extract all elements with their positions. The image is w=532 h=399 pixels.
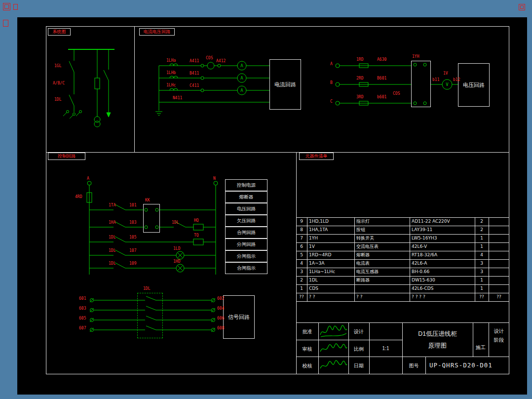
signal-loop-box: 信号回路 [223,295,255,339]
system-switch-label: 1GL [54,64,61,68]
parts-cell [489,234,509,242]
bus-label: N [213,177,216,181]
parts-cell: 8 [296,226,307,234]
scale-label: 比例 [348,346,369,353]
system-phases-label: A/B/C [53,81,65,85]
wire-label: B601 [377,77,386,80]
parts-cell: 3 [475,259,489,268]
terminal-number: 602 [217,297,224,301]
section-label-system: 系统图 [48,28,71,36]
corner-mark [3,20,8,27]
parts-cell: 电流表 [356,259,409,268]
parts-cell: ? ? [356,293,409,301]
parts-cell: 1YH [309,234,353,242]
parts-cell [489,276,509,284]
wire-number: 105 [129,236,136,239]
wire-number: 101 [129,203,136,207]
switch-label: 1YH [412,55,419,59]
parts-cell: ?? [296,293,307,301]
terminal-number: 601 [79,297,86,301]
phase-label: B [330,81,333,85]
parts-cell: CDS [309,284,353,293]
terminal-number: 608 [217,326,224,330]
lamp-label: 1HD [173,260,180,264]
cos-label: COS [393,92,400,96]
section-label-parts: 元器件清单 [299,153,334,160]
parts-cell: 42L6-CDS [412,284,474,293]
parts-cell: 按钮 [356,226,409,234]
wire-number: 107 [129,249,136,253]
wire-label: b601 [377,95,386,99]
scale-value: 1:1 [369,346,402,351]
ct-label: 1LHb [166,71,176,75]
parts-cell: ? ? ? ? [412,293,474,301]
stage-cell: 施工 [473,344,489,351]
design-label: 设计 [348,328,369,335]
parts-cell: BH-0.66 [412,268,474,276]
parts-cell [489,217,509,226]
parts-cell [489,268,509,276]
parts-cell: 42L6-V [412,242,474,251]
section-label-control: 控制回路 [48,153,85,160]
parts-cell: 1DL [309,276,353,284]
drawing-no-label: 图号 [402,362,425,369]
parts-cell: 3 [475,268,489,276]
stage-col-line2: 阶段 [489,337,509,344]
section-label-current-voltage: 电流电压回路 [139,28,175,36]
parts-cell: 4 [296,259,307,268]
terminal-number: 607 [79,326,86,330]
parts-cell: 9 [296,217,307,226]
ammeter-letter: A [239,88,245,93]
parts-cell [489,284,509,293]
parts-cell: 1V [309,242,353,251]
drawing-no: UP-QHRS-D20-D01 [429,361,508,369]
lamp-label: 1LD [173,247,180,251]
parts-cell: 3 [296,268,307,276]
parts-cell: 6 [296,242,307,251]
wire-label: b12 [453,78,460,82]
parts-cell: 交流电压表 [356,242,409,251]
contact-label: 1HA [109,221,115,225]
parts-cell: 断路器 [356,276,409,284]
parts-cell: 1HD,1LD [309,217,353,226]
meter-tag: 1V [443,72,448,76]
legend-item: 分闸指示 [225,250,267,262]
wire-label: B411 [190,72,199,76]
parts-cell: 1 [475,284,489,293]
parts-cell [489,251,509,259]
terminal-number: 604 [217,307,224,311]
phase-label: C [330,100,333,104]
legend-item: 合闸回路 [225,227,267,239]
parts-cell: 1 [296,284,307,293]
parts-cell: DW15-630 [412,276,474,284]
parts-cell: 1 [475,234,489,242]
parts-cell: 指示灯 [356,217,409,226]
voltage-switch-box [411,61,431,107]
parts-cell: 电流互感器 [356,268,409,276]
voltage-loop-box: 电压回路 [458,63,490,107]
wire-label: A630 [377,58,386,62]
parts-cell: 2 [475,226,489,234]
contact-label: 1DL [172,221,179,225]
coil-label: TQ [194,234,199,238]
cos-label: COS [206,56,213,60]
corner-mark [13,4,18,10]
current-loop-box: 电流回路 [269,59,301,110]
breaker-aux-label: 1DL [143,287,150,291]
fuse-label: 3RD [356,95,363,99]
review-label: 审核 [296,346,318,353]
parts-cell: RT18-32/6A [412,251,474,259]
approve-label: 批准 [296,328,318,335]
ct-label: 1LHc [166,83,176,87]
parts-cell: AD11-22 AC220V [412,217,474,226]
ammeter-letter: A [239,76,245,80]
terminal-number: 603 [79,307,86,311]
drawing-title-line2: 原理图 [402,342,473,350]
contact-label: 1DL [109,262,115,266]
legend-item: 控制电源 [225,179,267,191]
parts-cell: 熔断器 [356,251,409,259]
legend-item: 分闸回路 [225,239,267,250]
legend-item: 合闸指示 [225,262,267,274]
fuse-label: 4RD [75,195,82,199]
bus-label: A [87,177,89,181]
